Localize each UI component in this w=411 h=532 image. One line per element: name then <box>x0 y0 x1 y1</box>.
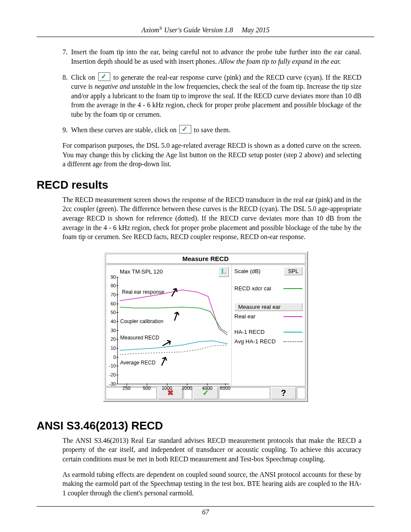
swatch-cyan <box>283 332 302 333</box>
instruction-list: Insert the foam tip into the ear, being … <box>50 47 361 135</box>
measure-recd-panel: Measure RECD Max TM·SPL 120 L 90 80 70 6… <box>103 251 308 402</box>
heading-recd-results: RECD results <box>37 178 361 192</box>
measure-real-ear-button[interactable]: Measure real ear <box>234 303 302 311</box>
step-9: When these curves are stable, click on t… <box>69 125 361 135</box>
recd-results-para: The RECD measurement screen shows the re… <box>62 195 361 242</box>
help-button[interactable]: ? <box>271 387 296 399</box>
legend-recd-xdcr: RECD xdcr cal <box>234 285 283 292</box>
swatch-dotted <box>283 341 302 342</box>
checkmark-icon[interactable] <box>179 125 191 134</box>
measure-recd-figure: Measure RECD Max TM·SPL 120 L 90 80 70 6… <box>50 251 361 402</box>
page-footer: 67 <box>37 506 374 516</box>
comparison-para: For comparison purposes, the DSL 5.0 age… <box>62 141 361 169</box>
swatch-magenta <box>283 316 302 317</box>
step-8: Click on to generate the real-ear respon… <box>69 72 361 119</box>
legend-avg-ha1: Avg HA-1 RECD <box>234 338 283 345</box>
checkmark-icon[interactable] <box>98 72 110 81</box>
legend-scale: Scale (dB) <box>234 268 284 274</box>
swatch-green <box>283 288 302 289</box>
max-tm-spl: Max TM·SPL 120 <box>120 268 163 275</box>
panel-title: Measure RECD <box>106 254 305 264</box>
ansi-p1: The ANSI S3.46(2013) Real Ear standard a… <box>62 436 361 464</box>
header-product: Axiom <box>142 26 159 34</box>
chart-lines <box>118 277 230 384</box>
legend-ha1: HA-1 RECD <box>234 329 283 335</box>
spl-button[interactable]: SPL <box>284 267 302 275</box>
step-7: Insert the foam tip into the ear, being … <box>69 47 361 66</box>
page-number: 67 <box>202 508 209 516</box>
ansi-p2: As earmold tubing effects are dependent … <box>62 470 361 498</box>
chart-area: Max TM·SPL 120 L 90 80 70 60 50 40 30 <box>106 265 231 386</box>
page-header: Axiom® User's Guide Version 1.8 May 2015 <box>37 26 374 37</box>
header-title: User's Guide Version 1.8 <box>164 26 233 34</box>
chart-axes: 90 80 70 60 50 40 30 20 10 0 -10 -20 <box>117 277 230 384</box>
l-button[interactable]: L <box>218 267 229 277</box>
heading-ansi: ANSI S3.46(2013) RECD <box>37 419 361 432</box>
legend-real-ear: Real ear <box>234 313 283 320</box>
legend-panel: Scale (dB) SPL RECD xdcr cal Measure rea… <box>231 265 305 386</box>
header-date: May 2015 <box>242 26 269 34</box>
